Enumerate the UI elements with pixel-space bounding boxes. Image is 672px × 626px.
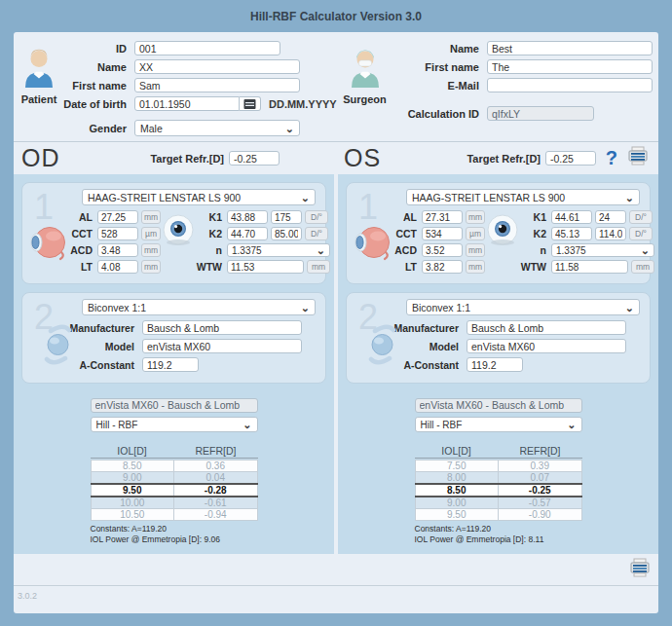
refr-col-header: REFR[D] xyxy=(174,445,258,459)
os-iol-type-select[interactable]: Biconvex 1:1 ⌄ xyxy=(406,299,640,315)
table-row-selected[interactable]: 8.50 -0.25 xyxy=(415,484,581,497)
od-target-input[interactable] xyxy=(229,151,280,166)
cct-label: CCT xyxy=(392,228,422,239)
al-label: AL xyxy=(68,211,97,223)
surgeon-firstname-label: First name xyxy=(393,61,487,73)
patient-id-input[interactable] xyxy=(134,41,280,55)
od-formula-select[interactable]: Hill - RBF ⌄ xyxy=(91,417,258,432)
table-row[interactable]: 9.50 -0.90 xyxy=(415,509,581,521)
os-formula-select[interactable]: Hill - RBF ⌄ xyxy=(415,417,582,432)
od-results: Hill - RBF ⌄ IOL[D] REFR[D] 8.50 0.36 9.… xyxy=(91,395,258,544)
al-unit: mm xyxy=(466,210,485,224)
patient-dob-label: Date of birth xyxy=(58,98,134,110)
eye-front-icon xyxy=(161,210,196,276)
od-manufacturer-input[interactable] xyxy=(142,320,302,335)
n-label: n xyxy=(520,244,551,256)
refr-cell: 0.36 xyxy=(174,460,258,472)
os-target-label: Target Refr.[D] xyxy=(467,153,545,165)
k1-unit: D/° xyxy=(629,210,653,224)
iol-cell: 9.00 xyxy=(91,472,174,485)
os-emmetropia-text: IOL Power @ Emmetropia [D]: 8.11 xyxy=(415,534,582,545)
table-row[interactable]: 8.50 0.36 xyxy=(91,460,257,472)
os-aconstant-input[interactable] xyxy=(467,357,523,372)
gender-select[interactable]: Male ⌄ xyxy=(134,120,300,136)
patient-name-input[interactable] xyxy=(134,59,300,74)
surgeon-email-label: E-Mail xyxy=(393,80,487,92)
patient-firstname-label: First name xyxy=(58,80,134,92)
surgeon-icon xyxy=(346,48,385,92)
os-cct-input[interactable] xyxy=(422,227,463,240)
app-title: Hill-RBF Calculator Version 3.0 xyxy=(0,0,672,32)
os-device-select[interactable]: HAAG-STREIT LENSTAR LS 900 ⌄ xyxy=(406,189,640,205)
os-lt-input[interactable] xyxy=(422,260,463,274)
od-device-select[interactable]: HAAG-STREIT LENSTAR LS 900 ⌄ xyxy=(82,189,316,205)
os-k2-input[interactable] xyxy=(551,227,592,240)
os-k2-axis-input[interactable] xyxy=(595,227,626,240)
cct-label: CCT xyxy=(68,228,97,239)
calculation-id-label: Calculation ID xyxy=(393,108,487,120)
table-row[interactable]: 10.00 -0.61 xyxy=(91,497,257,509)
table-row[interactable]: 9.00 0.04 xyxy=(91,472,257,485)
od-biometry-box: 1 HAAG-STREIT LENSTAR LS 900 ⌄ xyxy=(21,182,326,284)
os-biometry-box: 1 HAAG-STREIT LENSTAR LS 900 ⌄ xyxy=(346,182,651,284)
os-k1-axis-input[interactable] xyxy=(595,210,626,224)
table-row[interactable]: 9.00 -0.57 xyxy=(415,497,581,509)
table-row[interactable]: 7.50 0.39 xyxy=(415,460,581,472)
os-wtw-input[interactable] xyxy=(551,260,628,274)
surgeon-email-input[interactable] xyxy=(487,78,653,92)
os-acd-input[interactable] xyxy=(422,243,463,257)
patient-id-row: ID xyxy=(58,41,337,55)
os-target-input[interactable] xyxy=(545,151,596,166)
iol-cell: 9.50 xyxy=(415,509,498,521)
table-row[interactable]: 10.50 -0.94 xyxy=(91,509,257,521)
k1-label: K1 xyxy=(196,211,227,223)
os-model-input[interactable] xyxy=(467,339,626,353)
os-constants-text: Constants: A=119.20 xyxy=(415,524,582,534)
patient-dob-row: Date of birth DD.MM.YYYY xyxy=(58,96,337,111)
od-n-select[interactable]: 1.3375 ⌄ xyxy=(227,243,330,257)
iol-cell: 8.00 xyxy=(415,472,498,485)
od-k2-input[interactable] xyxy=(227,227,268,240)
surgeon-email-row: E-Mail xyxy=(393,78,653,92)
od-cct-input[interactable] xyxy=(97,227,138,240)
dob-format-hint: DD.MM.YYYY xyxy=(269,98,337,110)
od-device-value: HAAG-STREIT LENSTAR LS 900 xyxy=(88,192,241,203)
os-manufacturer-input[interactable] xyxy=(467,320,626,335)
refr-cell: -0.28 xyxy=(174,484,258,497)
od-acd-input[interactable] xyxy=(97,243,138,257)
chevron-down-icon: ⌄ xyxy=(301,194,310,202)
od-k1-axis-input[interactable] xyxy=(271,210,302,224)
surgeon-caption: Surgeon xyxy=(343,93,387,105)
os-al-input[interactable] xyxy=(422,210,463,224)
patient-dob-input[interactable] xyxy=(134,96,240,111)
calendar-button[interactable] xyxy=(240,96,261,111)
surgeon-firstname-row: First name xyxy=(393,59,653,74)
main-card: Patient ID Name First name Date of birth xyxy=(14,32,658,613)
help-icon[interactable]: ? xyxy=(606,148,617,167)
os-n-select[interactable]: 1.3375 ⌄ xyxy=(551,243,654,257)
os-k1-input[interactable] xyxy=(551,210,592,224)
iol-cell: 10.50 xyxy=(91,509,174,521)
table-row[interactable]: 8.00 0.07 xyxy=(415,472,581,485)
od-k2-axis-input[interactable] xyxy=(271,227,302,240)
os-n-value: 1.3375 xyxy=(556,245,586,256)
od-emmetropia-text: IOL Power @ Emmetropia [D]: 9.06 xyxy=(91,534,258,545)
od-lt-input[interactable] xyxy=(97,260,138,274)
od-wtw-input[interactable] xyxy=(227,260,304,274)
printer-icon[interactable] xyxy=(629,558,651,581)
table-row-selected[interactable]: 9.50 -0.28 xyxy=(91,484,257,497)
surgeon-name-input[interactable] xyxy=(487,41,653,55)
wtw-label: WTW xyxy=(520,261,551,273)
od-k1-input[interactable] xyxy=(227,210,268,224)
n-label: n xyxy=(196,244,227,256)
od-al-input[interactable] xyxy=(97,210,138,224)
od-iol-type-select[interactable]: Biconvex 1:1 ⌄ xyxy=(82,299,316,315)
od-model-input[interactable] xyxy=(142,339,302,353)
surgeon-firstname-input[interactable] xyxy=(487,59,653,74)
section-number: 1 xyxy=(358,187,378,228)
chevron-down-icon: ⌄ xyxy=(641,246,650,254)
od-aconstant-input[interactable] xyxy=(142,357,199,372)
chevron-down-icon: ⌄ xyxy=(243,421,251,428)
patient-firstname-input[interactable] xyxy=(134,78,300,92)
printer-icon[interactable] xyxy=(627,146,649,169)
